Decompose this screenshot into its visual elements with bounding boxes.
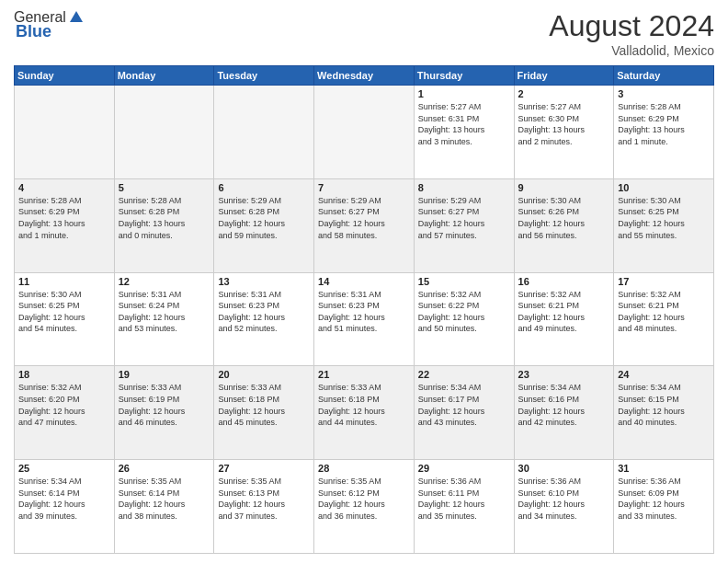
logo-icon [68,9,85,26]
sun-time: Sunset: 6:25 PM [18,300,110,312]
day-info: Sunrise: 5:29 AMSunset: 6:27 PMDaylight:… [418,195,510,241]
sun-time: Sunset: 6:26 PM [518,206,610,218]
calendar-cell: 7Sunrise: 5:29 AMSunset: 6:27 PMDaylight… [314,178,415,272]
daylight-info: and 44 minutes. [318,417,410,429]
sun-time: Sunrise: 5:27 AM [418,101,510,113]
day-number: 11 [18,276,110,287]
sun-time: Sunset: 6:28 PM [218,206,310,218]
daylight-info: and 36 minutes. [318,511,410,523]
day-number: 9 [518,182,610,193]
calendar-week-1: 1Sunrise: 5:27 AMSunset: 6:31 PMDaylight… [15,86,714,179]
day-number: 3 [618,88,710,99]
daylight-info: and 58 minutes. [318,230,410,242]
daylight-info: and 39 minutes. [18,511,110,523]
daylight-info: Daylight: 12 hours [318,218,410,230]
day-number: 8 [418,182,510,193]
daylight-info: and 54 minutes. [18,323,110,335]
day-info: Sunrise: 5:28 AMSunset: 6:29 PMDaylight:… [18,195,110,241]
daylight-info: Daylight: 12 hours [518,406,610,418]
daylight-info: Daylight: 12 hours [318,499,410,511]
daylight-info: and 49 minutes. [518,323,610,335]
daylight-info: Daylight: 13 hours [618,124,710,136]
location: Valladolid, Mexico [549,43,714,58]
sun-time: Sunrise: 5:30 AM [18,289,110,301]
sun-time: Sunrise: 5:35 AM [318,476,410,488]
sun-time: Sunset: 6:12 PM [318,488,410,500]
daylight-info: Daylight: 13 hours [418,124,510,136]
sun-time: Sunrise: 5:33 AM [218,382,310,394]
daylight-info: and 50 minutes. [418,323,510,335]
sun-time: Sunset: 6:28 PM [119,206,210,218]
title-block: August 2024 Valladolid, Mexico [549,9,714,58]
calendar-header-saturday: Saturday [614,66,714,86]
day-number: 25 [18,463,110,474]
day-info: Sunrise: 5:32 AMSunset: 6:20 PMDaylight:… [18,382,110,428]
calendar-cell: 26Sunrise: 5:35 AMSunset: 6:14 PMDayligh… [114,460,214,554]
sun-time: Sunset: 6:29 PM [18,206,110,218]
day-number: 14 [318,276,410,287]
daylight-info: Daylight: 12 hours [218,499,310,511]
sun-time: Sunset: 6:24 PM [119,300,210,312]
day-info: Sunrise: 5:28 AMSunset: 6:29 PMDaylight:… [618,101,710,147]
day-info: Sunrise: 5:31 AMSunset: 6:23 PMDaylight:… [218,289,310,335]
calendar-cell [15,86,115,179]
daylight-info: and 42 minutes. [518,417,610,429]
calendar-cell: 24Sunrise: 5:34 AMSunset: 6:15 PMDayligh… [614,366,714,460]
sun-time: Sunrise: 5:29 AM [418,195,510,207]
day-info: Sunrise: 5:30 AMSunset: 6:25 PMDaylight:… [618,195,710,241]
day-info: Sunrise: 5:36 AMSunset: 6:10 PMDaylight:… [518,476,610,522]
day-number: 12 [119,276,210,287]
daylight-info: Daylight: 13 hours [518,124,610,136]
sun-time: Sunrise: 5:36 AM [418,476,510,488]
sun-time: Sunset: 6:29 PM [618,113,710,125]
sun-time: Sunset: 6:19 PM [119,394,210,406]
calendar-header-sunday: Sunday [15,66,115,86]
day-number: 18 [18,369,110,380]
daylight-info: Daylight: 12 hours [518,218,610,230]
day-info: Sunrise: 5:32 AMSunset: 6:22 PMDaylight:… [418,289,510,335]
sun-time: Sunrise: 5:32 AM [418,289,510,301]
day-info: Sunrise: 5:33 AMSunset: 6:19 PMDaylight:… [119,382,210,428]
daylight-info: Daylight: 12 hours [618,218,710,230]
daylight-info: and 45 minutes. [218,417,310,429]
daylight-info: Daylight: 13 hours [18,218,110,230]
calendar-cell: 1Sunrise: 5:27 AMSunset: 6:31 PMDaylight… [414,86,514,179]
sun-time: Sunrise: 5:35 AM [218,476,310,488]
day-info: Sunrise: 5:28 AMSunset: 6:28 PMDaylight:… [119,195,210,241]
sun-time: Sunset: 6:23 PM [218,300,310,312]
sun-time: Sunrise: 5:28 AM [18,195,110,207]
daylight-info: and 48 minutes. [618,323,710,335]
sun-time: Sunrise: 5:29 AM [318,195,410,207]
daylight-info: Daylight: 12 hours [618,406,710,418]
sun-time: Sunset: 6:17 PM [418,394,510,406]
sun-time: Sunrise: 5:34 AM [418,382,510,394]
daylight-info: and 43 minutes. [418,417,510,429]
daylight-info: and 0 minutes. [119,230,210,242]
sun-time: Sunset: 6:27 PM [318,206,410,218]
sun-time: Sunrise: 5:28 AM [119,195,210,207]
calendar-cell: 2Sunrise: 5:27 AMSunset: 6:30 PMDaylight… [514,86,614,179]
daylight-info: Daylight: 12 hours [418,499,510,511]
sun-time: Sunrise: 5:31 AM [119,289,210,301]
day-info: Sunrise: 5:35 AMSunset: 6:14 PMDaylight:… [119,476,210,522]
day-info: Sunrise: 5:34 AMSunset: 6:15 PMDaylight:… [618,382,710,428]
sun-time: Sunset: 6:16 PM [518,394,610,406]
daylight-info: and 35 minutes. [418,511,510,523]
calendar-header-monday: Monday [114,66,214,86]
day-info: Sunrise: 5:32 AMSunset: 6:21 PMDaylight:… [518,289,610,335]
sun-time: Sunrise: 5:36 AM [618,476,710,488]
month-title: August 2024 [549,9,714,43]
day-info: Sunrise: 5:29 AMSunset: 6:28 PMDaylight:… [218,195,310,241]
day-info: Sunrise: 5:29 AMSunset: 6:27 PMDaylight:… [318,195,410,241]
day-number: 31 [618,463,710,474]
sun-time: Sunset: 6:30 PM [518,113,610,125]
daylight-info: Daylight: 12 hours [119,499,210,511]
calendar-cell: 10Sunrise: 5:30 AMSunset: 6:25 PMDayligh… [614,178,714,272]
sun-time: Sunset: 6:21 PM [618,300,710,312]
calendar-cell: 15Sunrise: 5:32 AMSunset: 6:22 PMDayligh… [414,272,514,366]
day-number: 17 [618,276,710,287]
sun-time: Sunset: 6:18 PM [218,394,310,406]
calendar-cell: 23Sunrise: 5:34 AMSunset: 6:16 PMDayligh… [514,366,614,460]
daylight-info: Daylight: 12 hours [218,312,310,324]
daylight-info: and 34 minutes. [518,511,610,523]
